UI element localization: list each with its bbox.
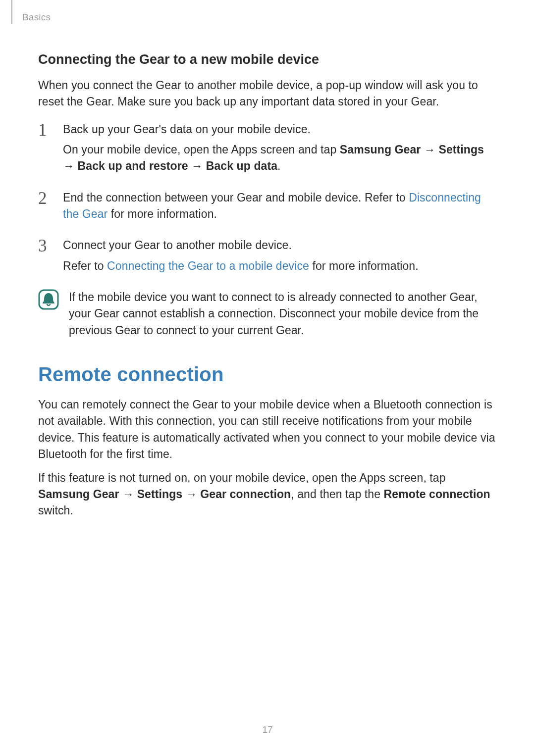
- text: switch.: [38, 504, 73, 517]
- bold-text: Settings: [438, 143, 484, 156]
- text: .: [277, 159, 281, 172]
- page-content: Connecting the Gear to a new mobile devi…: [38, 52, 496, 519]
- sub-heading: Connecting the Gear to a new mobile devi…: [38, 52, 496, 67]
- text: for more information.: [107, 207, 217, 220]
- step-body: End the connection between your Gear and…: [63, 190, 496, 227]
- bell-icon: [38, 289, 59, 310]
- step-3: 3 Connect your Gear to another mobile de…: [38, 237, 496, 278]
- breadcrumb: Basics: [22, 12, 51, 23]
- text: End the connection between your Gear and…: [63, 191, 409, 204]
- step-number: 2: [38, 190, 56, 227]
- arrow-icon: →: [421, 143, 438, 156]
- step-body: Connect your Gear to another mobile devi…: [63, 237, 496, 278]
- step-number: 1: [38, 121, 56, 179]
- bold-text: Back up and restore: [78, 159, 188, 172]
- bold-text: Back up data: [206, 159, 277, 172]
- text: , and then tap the: [291, 488, 383, 501]
- step-2-line: End the connection between your Gear and…: [63, 190, 496, 223]
- step-2: 2 End the connection between your Gear a…: [38, 190, 496, 227]
- step-3-line-2: Refer to Connecting the Gear to a mobile…: [63, 258, 496, 274]
- arrow-icon: →: [188, 159, 206, 172]
- bold-text: Settings: [137, 488, 183, 501]
- section-heading-remote-connection: Remote connection: [38, 363, 496, 386]
- arrow-icon: →: [182, 488, 200, 501]
- bold-text: Remote connection: [384, 488, 490, 501]
- page-number: 17: [0, 724, 535, 735]
- note-text: If the mobile device you want to connect…: [69, 289, 496, 339]
- text: for more information.: [309, 259, 419, 272]
- arrow-icon: →: [119, 488, 137, 501]
- step-1: 1 Back up your Gear's data on your mobil…: [38, 121, 496, 179]
- arrow-icon: →: [63, 159, 78, 172]
- text: Refer to: [63, 259, 107, 272]
- step-body: Back up your Gear's data on your mobile …: [63, 121, 496, 179]
- step-number: 3: [38, 237, 56, 278]
- intro-paragraph: When you connect the Gear to another mob…: [38, 77, 496, 110]
- text: If this feature is not turned on, on you…: [38, 471, 446, 484]
- bold-text: Samsung Gear: [38, 488, 119, 501]
- remote-paragraph-1: You can remotely connect the Gear to you…: [38, 397, 496, 462]
- bold-text: Gear connection: [200, 488, 291, 501]
- remote-paragraph-2: If this feature is not turned on, on you…: [38, 470, 496, 519]
- step-1-line-1: Back up your Gear's data on your mobile …: [63, 121, 496, 138]
- text: On your mobile device, open the Apps scr…: [63, 143, 340, 156]
- bold-text: Samsung Gear: [340, 143, 421, 156]
- step-1-line-2: On your mobile device, open the Apps scr…: [63, 142, 496, 175]
- header-tick: [11, 0, 12, 24]
- note-callout: If the mobile device you want to connect…: [38, 289, 496, 339]
- step-3-line-1: Connect your Gear to another mobile devi…: [63, 237, 496, 253]
- link-connecting[interactable]: Connecting the Gear to a mobile device: [107, 259, 309, 272]
